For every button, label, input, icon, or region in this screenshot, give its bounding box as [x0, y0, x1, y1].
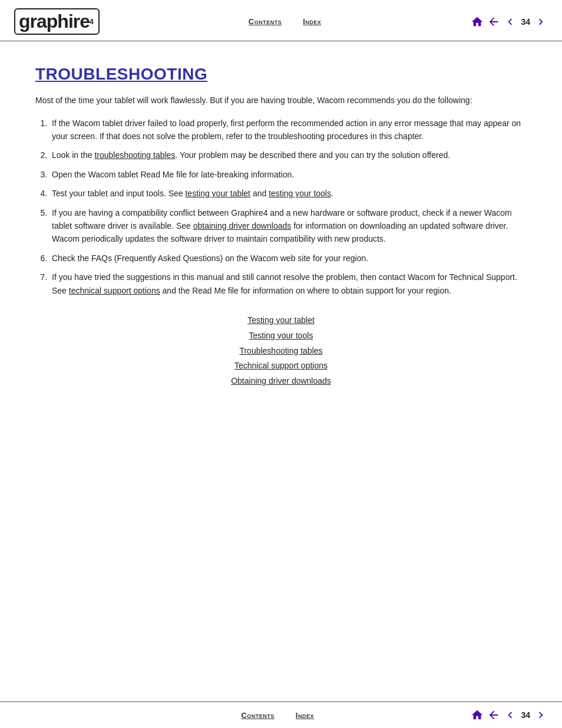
- troubleshooting-tables-link[interactable]: Troubleshooting tables: [239, 344, 322, 358]
- footer-controls: 34: [470, 708, 548, 722]
- links-section: Testing your tablet Testing your tools T…: [35, 314, 527, 388]
- steps-list: If the Wacom tablet driver failed to loa…: [49, 117, 527, 297]
- back-arrow-icon[interactable]: [487, 15, 501, 29]
- main-content: Troubleshooting Most of the time your ta…: [0, 41, 562, 406]
- testing-tools-link[interactable]: Testing your tools: [249, 329, 313, 343]
- prev-page-icon[interactable]: [503, 15, 517, 29]
- technical-support-link[interactable]: Technical support options: [234, 359, 328, 373]
- header-controls: 34: [470, 15, 548, 29]
- step-4-text-after: .: [331, 189, 333, 198]
- home-icon-footer[interactable]: [470, 708, 484, 722]
- step-2-text-before: Look in the: [52, 150, 94, 160]
- contents-link-header[interactable]: Contents: [249, 17, 282, 26]
- obtaining-downloads-link-inline[interactable]: obtaining driver downloads: [193, 221, 292, 230]
- page-header: graphire4 Contents Index 34: [0, 0, 562, 41]
- obtaining-downloads-link[interactable]: Obtaining driver downloads: [231, 374, 331, 388]
- step-1: If the Wacom tablet driver failed to loa…: [49, 117, 527, 143]
- header-nav: Contents Index: [249, 17, 322, 26]
- testing-tablet-link[interactable]: Testing your tablet: [247, 314, 315, 328]
- step-6-text: Check the FAQs (Frequently Asked Questio…: [52, 253, 368, 263]
- footer-nav: Contents Index: [241, 711, 314, 720]
- page-footer: Contents Index 34: [0, 701, 562, 728]
- contents-link-footer[interactable]: Contents: [241, 711, 274, 720]
- step-5: If you are having a compatibility confli…: [49, 206, 527, 246]
- next-page-icon-footer[interactable]: [534, 708, 548, 722]
- back-arrow-icon-footer[interactable]: [487, 708, 501, 722]
- step-2-text-after: . Your problem may be described there an…: [175, 150, 450, 160]
- page-number-footer: 34: [521, 710, 530, 720]
- testing-tablet-link-inline[interactable]: testing your tablet: [185, 189, 250, 198]
- step-1-text: If the Wacom tablet driver failed to loa…: [52, 118, 521, 141]
- home-icon[interactable]: [470, 15, 484, 29]
- page-title: Troubleshooting: [35, 65, 527, 84]
- logo-wrapper: graphire4: [14, 8, 100, 35]
- step-4: Test your tablet and input tools. See te…: [49, 187, 527, 200]
- next-page-icon[interactable]: [534, 15, 548, 29]
- step-7-text-after: and the Read Me file for information on …: [160, 286, 451, 295]
- technical-support-link-inline[interactable]: technical support options: [69, 286, 160, 295]
- prev-page-icon-footer[interactable]: [503, 708, 517, 722]
- index-link-header[interactable]: Index: [303, 17, 321, 26]
- step-6: Check the FAQs (Frequently Asked Questio…: [49, 252, 527, 265]
- step-3-text: Open the Wacom tablet Read Me file for l…: [52, 170, 294, 179]
- step-4-text-middle: and: [250, 189, 269, 198]
- step-7: If you have tried the suggestions in thi…: [49, 271, 527, 297]
- testing-tools-link-inline[interactable]: testing your tools: [269, 189, 331, 198]
- index-link-footer[interactable]: Index: [296, 711, 314, 720]
- page-number-header: 34: [521, 17, 530, 27]
- logo-sub: 4: [90, 18, 94, 26]
- step-3: Open the Wacom tablet Read Me file for l…: [49, 168, 527, 181]
- step-2: Look in the troubleshooting tables. Your…: [49, 149, 527, 162]
- logo-area: graphire4: [14, 8, 100, 35]
- step-4-text-before: Test your tablet and input tools. See: [52, 189, 185, 198]
- intro-paragraph: Most of the time your tablet will work f…: [35, 94, 527, 107]
- troubleshooting-tables-link-inline[interactable]: troubleshooting tables: [94, 150, 175, 160]
- logo-text: graphire: [19, 11, 90, 32]
